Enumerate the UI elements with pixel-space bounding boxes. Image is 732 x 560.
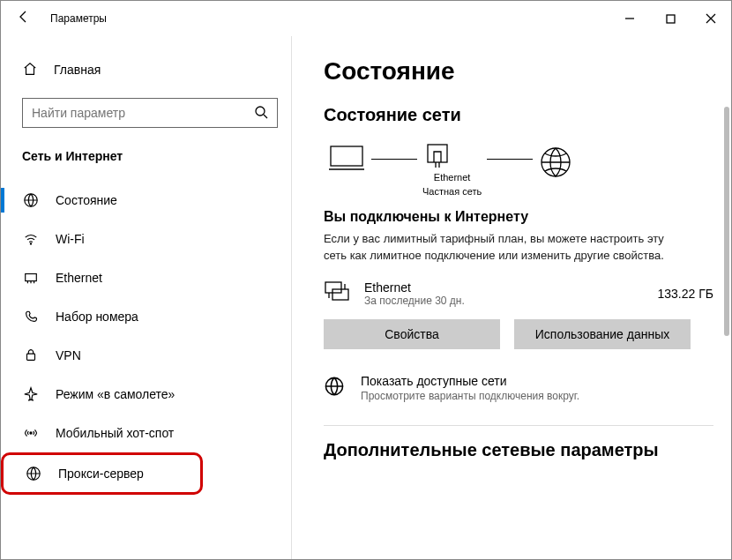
diagram-line xyxy=(487,159,533,160)
diagram-name: Ethernet xyxy=(422,171,482,183)
sidebar-item-label: Набор номера xyxy=(40,310,138,324)
svg-rect-9 xyxy=(428,145,447,162)
sidebar-item-ethernet[interactable]: Ethernet xyxy=(1,258,291,297)
main-content: Состояние Состояние сети Ethernet Частна… xyxy=(292,36,731,559)
section-title: Состояние сети xyxy=(324,105,713,125)
close-button[interactable] xyxy=(691,4,731,33)
connected-title: Вы подключены к Интернету xyxy=(324,209,713,225)
svg-rect-8 xyxy=(331,146,362,166)
svg-rect-11 xyxy=(325,282,341,293)
ethernet-usage-icon xyxy=(324,280,355,306)
diagram-line xyxy=(371,159,417,160)
connected-desc: Если у вас лимитный тарифный план, вы мо… xyxy=(324,230,685,265)
home-icon xyxy=(22,61,41,79)
svg-rect-4 xyxy=(26,274,37,281)
sidebar: Главная Сеть и Интернет Состояние xyxy=(1,36,292,559)
sidebar-item-label: Wi-Fi xyxy=(40,232,85,246)
usage-period: За последние 30 дн. xyxy=(364,295,465,307)
data-usage-label: Использование данных xyxy=(535,327,669,341)
back-button[interactable] xyxy=(8,10,40,27)
sidebar-item-label: Состояние xyxy=(40,193,117,207)
globe-icon xyxy=(22,192,40,208)
svg-rect-12 xyxy=(332,289,348,300)
home-label: Главная xyxy=(41,63,101,77)
window-title: Параметры xyxy=(40,12,107,25)
hotspot-icon xyxy=(22,425,40,441)
dialup-icon xyxy=(22,309,40,325)
home-link[interactable]: Главная xyxy=(22,52,291,87)
ethernet-icon xyxy=(22,270,40,286)
page-title: Состояние xyxy=(324,57,713,86)
svg-rect-0 xyxy=(667,15,675,23)
sidebar-item-vpn[interactable]: VPN xyxy=(1,336,291,375)
sidebar-item-label: Прокси-сервер xyxy=(42,467,144,481)
globe-icon xyxy=(25,466,42,482)
computer-icon xyxy=(327,143,366,175)
available-desc: Просмотрите варианты подключения вокруг. xyxy=(361,390,579,402)
available-title: Показать доступные сети xyxy=(361,374,579,388)
sidebar-item-hotspot[interactable]: Мобильный хот-спот xyxy=(1,414,291,452)
available-networks-link[interactable]: Показать доступные сети Просмотрите вари… xyxy=(324,374,713,402)
search-input-container[interactable] xyxy=(22,98,278,128)
section-header: Сеть и Интернет xyxy=(22,149,291,163)
diagram-type: Частная сеть xyxy=(422,185,482,198)
divider xyxy=(324,425,713,426)
sidebar-item-wifi[interactable]: Wi-Fi xyxy=(1,220,291,258)
minimize-button[interactable] xyxy=(609,4,650,33)
scrollbar[interactable] xyxy=(724,107,729,336)
properties-label: Свойства xyxy=(385,327,438,341)
sidebar-item-label: VPN xyxy=(40,348,81,362)
svg-rect-5 xyxy=(27,354,35,360)
globe-icon xyxy=(324,374,348,402)
data-usage-button[interactable]: Использование данных xyxy=(514,319,691,349)
wifi-icon xyxy=(22,231,40,247)
usage-name: Ethernet xyxy=(364,280,465,295)
vpn-icon xyxy=(22,347,40,363)
usage-row: Ethernet За последние 30 дн. 133.22 ГБ xyxy=(324,280,713,307)
search-icon xyxy=(245,105,277,122)
maximize-button[interactable] xyxy=(650,4,691,33)
usage-amount: 133.22 ГБ xyxy=(658,287,713,301)
sidebar-item-status[interactable]: Состояние xyxy=(1,181,291,220)
sidebar-item-label: Ethernet xyxy=(40,271,102,285)
sidebar-item-label: Мобильный хот-спот xyxy=(40,426,174,440)
internet-icon xyxy=(538,145,573,180)
sidebar-item-proxy[interactable]: Прокси-сервер xyxy=(1,452,203,495)
search-input[interactable] xyxy=(23,106,245,120)
network-diagram: Ethernet Частная сеть xyxy=(327,141,713,198)
advanced-title: Дополнительные сетевые параметры xyxy=(324,440,713,460)
sidebar-item-airplane[interactable]: Режим «в самолете» xyxy=(1,375,291,414)
sidebar-item-dialup[interactable]: Набор номера xyxy=(1,297,291,336)
properties-button[interactable]: Свойства xyxy=(324,319,500,349)
svg-point-6 xyxy=(30,432,32,434)
airplane-icon xyxy=(22,386,40,402)
sidebar-item-label: Режим «в самолете» xyxy=(40,387,175,401)
svg-point-3 xyxy=(30,243,31,244)
router-icon xyxy=(422,141,482,169)
svg-point-1 xyxy=(256,107,265,116)
